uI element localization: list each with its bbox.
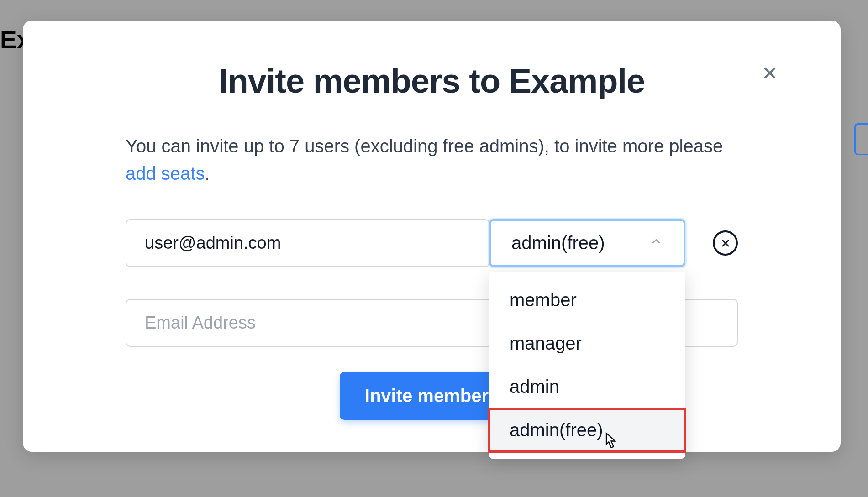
role-option-admin-free[interactable]: admin(free)	[489, 408, 685, 452]
invite-members-modal: Invite members to Example You can invite…	[23, 21, 841, 452]
chevron-up-icon	[649, 235, 663, 251]
modal-title: Invite members to Example	[126, 62, 738, 100]
email-input-1[interactable]	[126, 219, 490, 267]
role-option-member[interactable]: member	[489, 278, 685, 322]
role-select-value: admin(free)	[511, 233, 605, 253]
close-button[interactable]	[758, 62, 781, 84]
background-edge-element	[854, 123, 868, 155]
role-select-wrapper: admin(free) member manager admin admin(f…	[490, 219, 685, 267]
close-icon	[761, 64, 779, 82]
close-icon	[720, 238, 731, 249]
remove-row-button[interactable]	[713, 230, 738, 256]
invite-row-1: admin(free) member manager admin admin(f…	[126, 219, 738, 267]
description-text-suffix: .	[205, 163, 210, 183]
role-select[interactable]: admin(free)	[489, 219, 685, 267]
description-text-prefix: You can invite up to 7 users (excluding …	[126, 136, 723, 156]
role-option-admin[interactable]: admin	[489, 365, 685, 408]
modal-description: You can invite up to 7 users (excluding …	[126, 132, 738, 187]
add-seats-link[interactable]: add seats	[126, 163, 205, 183]
role-dropdown-menu: member manager admin admin(free)	[489, 272, 685, 459]
role-option-manager[interactable]: manager	[489, 322, 685, 365]
role-option-admin-free-label: admin(free)	[510, 420, 603, 440]
